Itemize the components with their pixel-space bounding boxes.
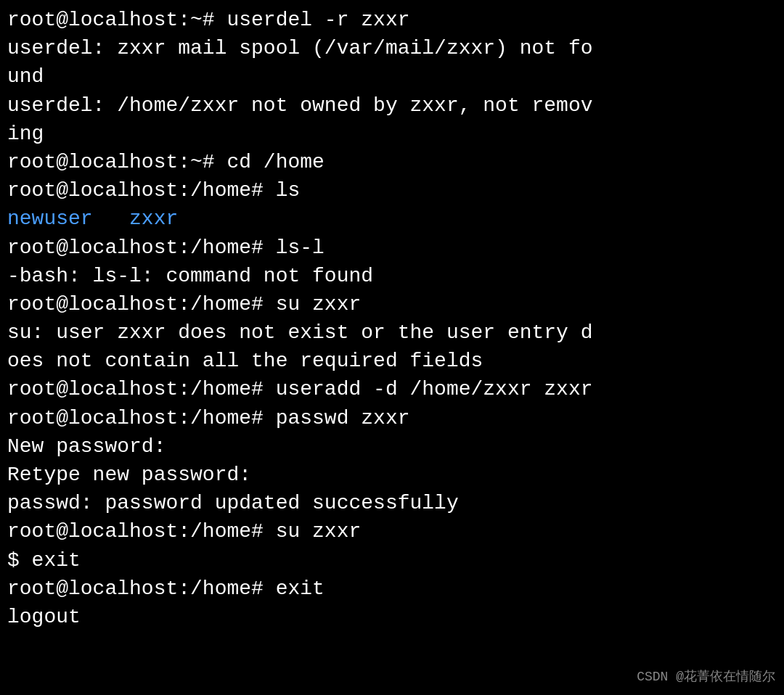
terminal-line: Retype new password: (7, 461, 777, 489)
terminal-line: logout (7, 603, 777, 631)
terminal-line: userdel: /home/zxxr not owned by zxxr, n… (7, 91, 777, 120)
terminal-line: root@localhost:/home# su zxxr (7, 290, 777, 318)
terminal-line: userdel: zxxr mail spool (/var/mail/zxxr… (7, 34, 777, 62)
terminal-line: root@localhost:/home# passwd zxxr (7, 404, 777, 432)
terminal-line: root@localhost:/home# ls (7, 176, 777, 205)
terminal-line: passwd: password updated successfully (7, 489, 777, 517)
terminal-line: root@localhost:/home# su zxxr (7, 517, 777, 546)
terminal-line: root@localhost:~# userdel -r zxxr (7, 6, 777, 34)
terminal-line: root@localhost:/home# exit (7, 575, 777, 603)
terminal-line: $ exit (7, 546, 777, 575)
terminal-line: su: user zxxr does not exist or the user… (7, 318, 777, 347)
terminal-line: newuser zxxr (7, 205, 777, 233)
watermark: CSDN @花菁依在情随尔 (637, 668, 775, 686)
terminal-output: root@localhost:~# userdel -r zxxruserdel… (7, 6, 777, 631)
terminal-line: root@localhost:/home# ls-l (7, 234, 777, 262)
terminal-line: New password: (7, 432, 777, 461)
terminal-line: -bash: ls-l: command not found (7, 262, 777, 290)
terminal-line: root@localhost:~# cd /home (7, 148, 777, 176)
terminal-line: und (7, 62, 777, 91)
terminal-line: oes not contain all the required fields (7, 347, 777, 375)
terminal-line: root@localhost:/home# useradd -d /home/z… (7, 375, 777, 403)
terminal-line: ing (7, 120, 777, 148)
terminal-window: root@localhost:~# userdel -r zxxruserdel… (0, 0, 784, 695)
